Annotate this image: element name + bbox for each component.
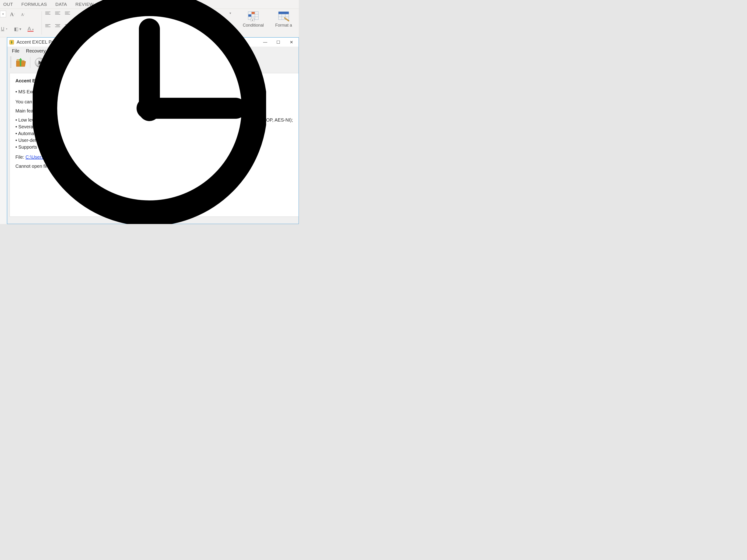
- feature-4: User-defined sets: [16, 137, 293, 144]
- open-folder-icon: [16, 57, 26, 68]
- accent-excel-password-window: Accent EXCEL Passw — ☐ ✕ File Recovery O…: [7, 37, 299, 224]
- close-button[interactable]: ✕: [286, 38, 297, 46]
- font-size-dropdown[interactable]: ▾: [0, 11, 6, 17]
- format-table-icon: [278, 11, 289, 22]
- ribbon-tabs: OUT FORMULAS DATA REVIEW VIEW: [0, 0, 299, 9]
- letter-a-icon: A: [10, 11, 14, 17]
- underline-icon: U: [1, 26, 4, 31]
- close-icon: ✕: [290, 40, 293, 45]
- ribbon-tab-formulas[interactable]: FORMULAS: [22, 2, 47, 7]
- content-heading: Accent EXCEL: [16, 77, 293, 84]
- svg-marker-15: [284, 17, 289, 22]
- feature-3: Automated passw: [16, 130, 293, 137]
- increase-decimal-icon: ←.0: [216, 23, 221, 26]
- window-titlebar[interactable]: Accent EXCEL Passw — ☐ ✕: [7, 37, 299, 47]
- conditional-formatting-icon: ≠: [248, 11, 259, 22]
- align-left-button[interactable]: [45, 23, 51, 28]
- maximize-icon: ☐: [276, 40, 280, 45]
- decrease-font-button[interactable]: Aˇ: [21, 12, 25, 17]
- file-line: File: C:\Users\ADMIN\Deskt: [16, 154, 293, 161]
- caret-down-icon: ˇ: [24, 13, 25, 17]
- svg-text:≠: ≠: [252, 19, 254, 22]
- svg-rect-5: [252, 12, 255, 14]
- ribbon-font-group: ▾ Aˆ Aˇ U▾ ◧ ▾ A ▾: [0, 10, 44, 36]
- open-file-button[interactable]: [15, 56, 27, 69]
- feature-1: Low level hand X2, XOP, AES-NI);: [16, 117, 293, 124]
- horizontal-align-row: [45, 23, 71, 28]
- font-color-icon: A: [28, 26, 31, 31]
- minimize-icon: —: [263, 40, 267, 45]
- menu-recovery[interactable]: Recovery: [26, 48, 46, 54]
- number-format-dropdown[interactable]: ▾: [229, 11, 231, 15]
- menu-file[interactable]: File: [12, 48, 19, 54]
- maximize-button[interactable]: ☐: [273, 38, 284, 46]
- ribbon-alignment-group: ⤢▾: [45, 10, 103, 36]
- menu-options[interactable]: Opt: [52, 48, 60, 54]
- toolbar-separator: [30, 57, 30, 68]
- window-toolbar: St: [7, 55, 299, 70]
- svg-marker-18: [19, 58, 22, 60]
- format-as-table-button[interactable]: Format a: [271, 11, 297, 28]
- ribbon-tab-view[interactable]: VIEW: [102, 2, 114, 7]
- ribbon-tab-out[interactable]: OUT: [3, 2, 13, 7]
- ribbon-tab-data[interactable]: DATA: [55, 2, 67, 7]
- chevron-down-icon: ▾: [2, 12, 4, 16]
- ribbon-tab-review[interactable]: REVIEW: [75, 2, 94, 7]
- align-middle-button[interactable]: [55, 10, 61, 16]
- window-title: Accent EXCEL Passw: [17, 39, 62, 45]
- file-label: File:: [16, 155, 25, 160]
- play-icon: [34, 57, 45, 68]
- increase-font-button[interactable]: Aˆ: [10, 11, 15, 18]
- window-menubar: File Recovery Opt: [7, 47, 299, 55]
- file-path-link[interactable]: C:\Users\ADMIN\Deskt: [25, 155, 73, 160]
- ribbon-styles-group: ≠ Conditional Format a: [240, 10, 299, 36]
- increase-decimal-button[interactable]: ←.0 .00: [216, 22, 222, 32]
- letter-a-small-icon: A: [21, 12, 24, 17]
- toolbar-grip: [10, 57, 11, 69]
- feature-5: Supports Unicode an: [16, 144, 293, 151]
- align-right-button[interactable]: [65, 23, 71, 28]
- align-center-button[interactable]: [55, 23, 61, 28]
- conditional-label: Conditional: [243, 23, 264, 28]
- decrease-decimal-icon: →.0: [225, 28, 231, 31]
- orientation-button[interactable]: ⤢▾: [79, 10, 84, 16]
- app-icon: [9, 40, 14, 45]
- ribbon-number-group: ←.0 .00 .00 →.0: [216, 22, 231, 32]
- feature-2: Several types o: [16, 124, 293, 130]
- content-features-label: Main features a: [16, 108, 293, 114]
- window-content: Accent EXCEL MS Excel 95- You can find m…: [9, 73, 299, 217]
- ribbon-body: ▾ Aˆ Aˇ U▾ ◧ ▾ A ▾: [0, 9, 299, 37]
- feature-list: Low level hand X2, XOP, AES-NI); Several…: [16, 117, 293, 151]
- content-bullet-top: MS Excel 95-: [16, 88, 293, 95]
- format-table-label: Format a: [275, 23, 292, 28]
- paint-bucket-icon: ◧: [14, 26, 19, 32]
- vertical-align-row: [45, 10, 71, 16]
- feature-1-right: X2, XOP, AES-NI);: [255, 117, 293, 124]
- svg-rect-14: [279, 12, 289, 14]
- conditional-formatting-button[interactable]: ≠ Conditional: [240, 11, 266, 28]
- orientation-icon: ⤢: [79, 10, 83, 16]
- align-bottom-button[interactable]: [65, 10, 71, 16]
- content-intro: You can find m: [16, 99, 293, 105]
- chevron-down-icon: ▾: [19, 27, 21, 31]
- font-color-button[interactable]: A ▾: [28, 26, 34, 32]
- fill-color-button[interactable]: ◧ ▾: [14, 26, 21, 32]
- align-top-button[interactable]: [45, 10, 51, 16]
- chevron-down-icon: ▾: [32, 28, 34, 31]
- chevron-down-icon: ▾: [6, 28, 7, 30]
- svg-rect-6: [248, 15, 251, 17]
- start-button[interactable]: [34, 56, 46, 69]
- underline-button[interactable]: U▾: [1, 26, 7, 31]
- error-message: Cannot open file.: [16, 163, 293, 170]
- chevron-down-icon: ▾: [83, 12, 84, 16]
- minimize-button[interactable]: —: [260, 38, 271, 46]
- decrease-decimal-button[interactable]: .00 →.0: [225, 22, 231, 32]
- ribbon-separator: [42, 11, 42, 34]
- caret-up-icon: ˆ: [14, 13, 15, 17]
